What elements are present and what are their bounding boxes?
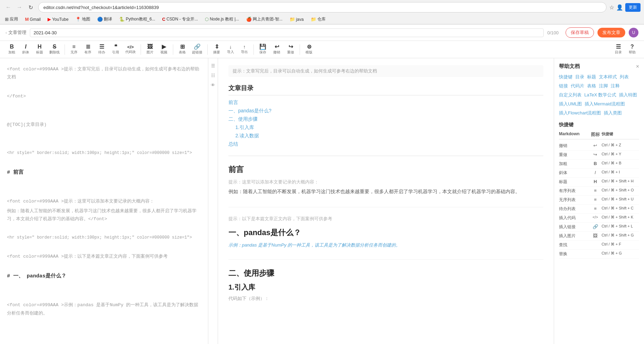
help-tag-latex[interactable]: LaTeX 数学公式 bbox=[584, 92, 616, 98]
help-tag-comment[interactable]: 注释 bbox=[611, 83, 620, 89]
preview-control-2[interactable]: ☷ bbox=[210, 72, 216, 78]
shortcut-replace-icon bbox=[589, 251, 602, 257]
help-title: 帮助文档 bbox=[559, 63, 580, 70]
toc-item-steps[interactable]: 二、使用步骤 bbox=[228, 116, 543, 122]
link-button[interactable]: 🔗 超链接 bbox=[190, 43, 204, 56]
toc-item-foreword[interactable]: 前言 bbox=[228, 100, 543, 106]
editor-panel[interactable]: <font color=#999AAA >提示：文章写完后，目录可以自动生成，如… bbox=[0, 58, 208, 344]
quote-button[interactable]: ❝ 引用 bbox=[109, 43, 122, 56]
publish-button[interactable]: 发布文章 bbox=[597, 28, 625, 37]
help-tag-heading[interactable]: 标题 bbox=[587, 74, 596, 80]
toc-item-summary[interactable]: 总结 bbox=[228, 141, 543, 147]
update-button[interactable]: 更新 bbox=[625, 3, 641, 12]
help-icon: ? bbox=[630, 44, 634, 50]
help-tag-classdiagram[interactable]: 插入类图 bbox=[604, 110, 622, 116]
bookmark-star-button[interactable]: ☆ bbox=[609, 4, 614, 11]
undo-button[interactable]: ↩ 撤销 bbox=[270, 43, 283, 56]
shortcut-bold-key: Ctrl / ⌘ + B bbox=[602, 161, 639, 167]
bookmark-maps[interactable]: 📍 地图 bbox=[74, 16, 92, 23]
heading-button[interactable]: H 标题 bbox=[33, 43, 46, 56]
bookmark-python[interactable]: 🐍 Python教程_6... bbox=[118, 16, 157, 23]
shortcut-insertimage-icon: 🖼 bbox=[589, 233, 602, 239]
profile-button[interactable]: 👤 bbox=[616, 4, 623, 11]
toc-item-import[interactable]: 1.引入库 bbox=[228, 124, 543, 131]
toc-button[interactable]: ☰ 目录 bbox=[612, 43, 625, 56]
help-tag-shortcuts[interactable]: 快捷键 bbox=[559, 74, 572, 80]
preview-body-hint: 提示：以下是本篇文章正文内容，下面案例可供参考 bbox=[228, 216, 543, 222]
shortcut-insertimage-key: Ctrl / ⌘ + Shift + G bbox=[602, 233, 639, 239]
help-tag-toc[interactable]: 目录 bbox=[575, 74, 584, 80]
toolbar-divider-3 bbox=[173, 44, 173, 55]
help-tag-flowchart[interactable]: 插入Flowchart流程图 bbox=[559, 110, 601, 116]
preview-control-1[interactable]: ☰ bbox=[210, 62, 216, 69]
breadcrumb-arrow: ‹ bbox=[6, 31, 7, 35]
back-button[interactable]: ← bbox=[3, 2, 13, 12]
bookmark-nodejs-label: Node.js 教程 |... bbox=[210, 16, 239, 22]
apps-icon: ⊞ bbox=[5, 17, 9, 22]
editor-line-7 bbox=[7, 140, 201, 148]
bold-button[interactable]: B 加粗 bbox=[6, 43, 18, 56]
preview-control-eye[interactable]: 👁 bbox=[210, 82, 216, 88]
italic-button[interactable]: I 斜体 bbox=[19, 43, 32, 56]
editor-line-hr1: <hr style=" border:solid; width:100px; h… bbox=[7, 149, 201, 157]
help-button[interactable]: ? 帮助 bbox=[626, 43, 638, 56]
editor-line-11: <font color=#999AAA >提示：这里可以添加本文要记录的大概内容… bbox=[7, 197, 201, 205]
folder-repo-icon: 📁 bbox=[311, 17, 316, 22]
help-tag-list[interactable]: 列表 bbox=[620, 74, 629, 80]
help-tag-codesnip[interactable]: 代码片 bbox=[571, 83, 584, 89]
bookmark-youtube[interactable]: ▶ YouTube bbox=[46, 16, 70, 23]
shortcut-unordered-key: Ctrl / ⌘ + Shift + U bbox=[602, 197, 639, 203]
help-tag-customlist[interactable]: 自定义列表 bbox=[559, 92, 582, 98]
shortcut-undo: 撤销 ↩ Ctrl / ⌘ + Z bbox=[559, 141, 639, 150]
breadcrumb[interactable]: ‹ 文章管理 bbox=[6, 29, 26, 36]
help-tag-footnote[interactable]: 注脚 bbox=[599, 83, 608, 89]
help-tag-link[interactable]: 链接 bbox=[559, 83, 568, 89]
toc-item-pandas[interactable]: 一、pandas是什么? bbox=[228, 108, 543, 114]
bookmark-apps[interactable]: ⊞ 应用 bbox=[3, 16, 19, 23]
bookmark-csdn[interactable]: C CSDN - 专业开... bbox=[161, 16, 199, 23]
shortcut-heading-key: Ctrl / ⌘ + Shift + H bbox=[602, 179, 639, 185]
bookmark-java-label: java bbox=[296, 17, 304, 22]
import-button[interactable]: ↓ 导入 bbox=[224, 43, 237, 55]
help-tag-mermaid[interactable]: 插入特图 bbox=[619, 92, 637, 98]
summary-button[interactable]: ⇕ 摘要 bbox=[210, 43, 223, 56]
help-tag-table[interactable]: 表格 bbox=[587, 83, 596, 89]
bookmark-repo[interactable]: 📁 仓库 bbox=[309, 16, 327, 23]
ordered-button[interactable]: ≣ 有序 bbox=[82, 43, 94, 56]
bookmark-gmail[interactable]: M Gmail bbox=[24, 16, 42, 23]
bookmark-youth[interactable]: 🍎 网上共青团-智... bbox=[245, 16, 284, 23]
export-button[interactable]: ↑ 导出 bbox=[238, 43, 251, 55]
template-button[interactable]: ⊜ 模版 bbox=[303, 43, 315, 56]
help-tag-uml[interactable]: 插入UML图 bbox=[559, 101, 582, 107]
editor-line-18 bbox=[7, 292, 201, 300]
video-button[interactable]: ▶ 视频 bbox=[158, 43, 170, 56]
todo-button[interactable]: ☰ 待办 bbox=[95, 43, 108, 56]
reload-button[interactable]: ↻ bbox=[26, 2, 35, 12]
ordered-label: 有序 bbox=[84, 50, 91, 55]
save-button[interactable]: 💾 保存 bbox=[257, 43, 269, 56]
quote-label: 引用 bbox=[112, 50, 119, 55]
save-draft-button[interactable]: 保存草稿 bbox=[566, 27, 594, 38]
unordered-button[interactable]: ≡ 无序 bbox=[68, 43, 80, 56]
bookmark-translate[interactable]: 🔵 翻译 bbox=[96, 16, 114, 23]
bookmark-nodejs[interactable]: ⬡ Node.js 教程 |... bbox=[203, 16, 240, 23]
redo-button[interactable]: ↪ 重做 bbox=[284, 43, 297, 56]
image-button[interactable]: 🖼 图片 bbox=[144, 43, 156, 56]
address-bar[interactable] bbox=[38, 2, 607, 12]
toc-item-read[interactable]: 2.读入数据 bbox=[228, 133, 543, 139]
help-tag-mermaid-flow[interactable]: 插入Mermaid流程图 bbox=[585, 101, 625, 107]
bookmark-java[interactable]: 📁 java bbox=[288, 16, 305, 23]
browser-toolbar: ← → ↻ ☆ 👤 更新 bbox=[0, 0, 644, 15]
help-tag-textstyle[interactable]: 文本样式 bbox=[599, 74, 617, 80]
help-close-button[interactable]: × bbox=[636, 63, 639, 70]
table-button[interactable]: ⊞ 表格 bbox=[176, 43, 189, 56]
code-button[interactable]: </> 代码块 bbox=[123, 44, 138, 55]
forward-button[interactable]: → bbox=[15, 2, 24, 12]
avatar[interactable]: U bbox=[629, 28, 638, 37]
ordered-icon: ≣ bbox=[86, 44, 90, 50]
date-field[interactable] bbox=[30, 28, 544, 37]
strikethrough-button[interactable]: S 删除线 bbox=[47, 43, 62, 56]
toc-label: 目录 bbox=[615, 50, 622, 55]
video-icon: ▶ bbox=[162, 44, 166, 50]
editor-line-5 bbox=[7, 111, 201, 119]
